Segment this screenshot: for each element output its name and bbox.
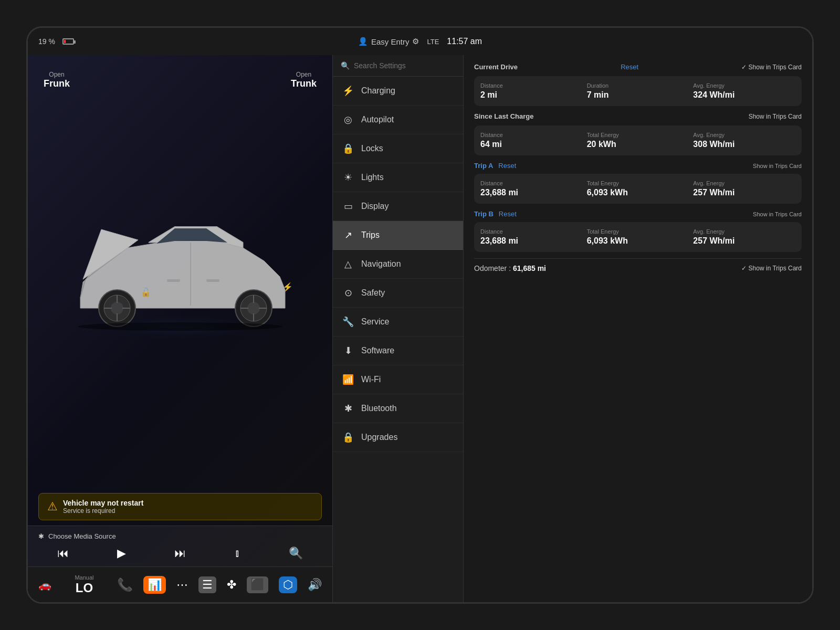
search-bar[interactable]: 🔍 [333,55,463,77]
trip-a-total-energy-value: 6,093 kWh [587,188,689,197]
odometer-show[interactable]: ✓ Show in Trips Card [741,265,802,272]
navigation-icon: △ [342,258,354,270]
gear-label: Manual [59,574,109,581]
menu-item-bluetooth[interactable]: ✱Bluetooth [333,394,463,423]
prev-button[interactable]: ⏮ [57,547,69,560]
menu-item-lights[interactable]: ☀Lights [333,163,463,192]
svg-point-6 [111,302,123,314]
current-avg-energy-value: 324 Wh/mi [693,90,795,100]
current-duration-value: 7 min [587,90,689,100]
slc-total-energy: Total Energy 20 kWh [587,132,689,149]
trips-icon: ↗ [342,229,354,241]
current-drive-reset[interactable]: Reset [621,63,638,71]
navigation-label: Navigation [361,259,401,269]
phone-icon[interactable]: 📞 [117,578,133,592]
trip-b-distance-value: 23,688 mi [480,236,583,246]
trip-a-distance-label: Distance [480,180,583,186]
display-label: Display [361,202,388,211]
current-distance-label: Distance [480,82,583,89]
warning-title: Vehicle may not restart [63,499,143,507]
current-avg-energy-label: Avg. Energy [693,82,795,89]
current-drive-section: Current Drive Reset ✓ Show in Trips Card… [474,63,802,106]
menu-item-upgrades[interactable]: 🔒Upgrades [333,423,463,452]
trip-b-reset[interactable]: Reset [499,210,517,218]
wi-fi-label: Wi-Fi [361,375,381,384]
charging-icon: ⚡ [342,85,354,97]
menu-item-display[interactable]: ▭Display [333,192,463,221]
slc-avg-energy-value: 308 Wh/mi [693,140,795,149]
tesla-screen: 19 % 👤 Easy Entry ⚙ LTE 11:57 am Open Fr… [26,26,814,604]
volume-icon[interactable]: 🔊 [308,578,322,592]
battery-percentage: 19 % [38,37,55,46]
menu-list: ⚡Charging◎Autopilot🔒Locks☀Lights▭Display… [333,77,463,602]
trips-panel: Current Drive Reset ✓ Show in Trips Card… [464,55,812,602]
car-silhouette: ⚡ 🔓 [54,198,306,345]
since-last-charge-header: Since Last Charge Show in Trips Card [474,112,802,120]
trip-a-section: Trip A Reset Show in Trips Card Distance… [474,162,802,204]
slc-avg-energy-label: Avg. Energy [693,132,795,138]
menu-item-charging[interactable]: ⚡Charging [333,77,463,106]
current-avg-energy: Avg. Energy 324 Wh/mi [693,82,795,100]
chip-icon[interactable]: ⬛ [247,576,268,593]
media-controls: ⏮ ▶ ⏭ ⫾ 🔍 [38,547,322,560]
since-last-charge-section: Since Last Charge Show in Trips Card Dis… [474,112,802,155]
trip-a-header: Trip A Reset Show in Trips Card [474,162,802,170]
search-media-button[interactable]: 🔍 [289,547,303,560]
search-input[interactable] [354,61,455,70]
current-duration-label: Duration [587,82,689,89]
trunk-open-label: Open [291,71,317,78]
upgrades-icon: 🔒 [342,432,354,443]
menu-item-service[interactable]: 🔧Service [333,308,463,337]
equalizer-button[interactable]: ⫾ [235,547,240,560]
bluetooth-small-icon: ✱ [38,532,44,540]
next-button[interactable]: ⏭ [174,547,186,560]
since-last-charge-show[interactable]: Show in Trips Card [749,113,802,120]
upgrades-label: Upgrades [361,433,397,442]
menu-item-navigation[interactable]: △Navigation [333,250,463,279]
gear-value: LO [59,581,109,595]
menu-item-trips[interactable]: ↗Trips [333,221,463,250]
fan-icon[interactable]: ✤ [227,578,236,592]
svg-point-18 [78,322,282,331]
energy-icon[interactable]: 📊 [143,576,166,594]
current-drive-show[interactable]: ✓ Show in Trips Card [741,64,802,71]
bluetooth-icon[interactable]: ⬡ [279,576,297,593]
wi-fi-icon: 📶 [342,374,354,385]
media-source-label[interactable]: ✱ Choose Media Source [38,532,322,540]
search-icon: 🔍 [341,61,350,70]
trip-a-total-energy: Total Energy 6,093 kWh [587,180,689,197]
warning-subtitle: Service is required [63,507,143,514]
locks-label: Locks [361,144,383,153]
menu-icon[interactable]: ☰ [198,576,216,593]
warning-box: ⚠ Vehicle may not restart Service is req… [38,493,322,520]
bottom-bar: 🚗 Manual LO 📞 📊 ⋯ ☰ ✤ ⬛ ⬡ 🔊 [28,566,332,602]
display-icon: ▭ [342,201,354,212]
trip-b-show[interactable]: Show in Trips Card [753,211,802,217]
menu-item-autopilot[interactable]: ◎Autopilot [333,106,463,134]
current-drive-title: Current Drive [474,63,518,71]
car-controls: Open Frunk Open Trunk [28,60,332,100]
trip-a-distance-value: 23,688 mi [480,188,583,197]
dots-icon[interactable]: ⋯ [176,578,188,592]
locks-icon: 🔒 [342,143,354,154]
warning-text: Vehicle may not restart Service is requi… [63,499,143,514]
frunk-button[interactable]: Open Frunk [44,71,70,89]
easy-entry-text: Easy Entry [371,37,410,46]
autopilot-label: Autopilot [361,115,394,124]
media-section[interactable]: ✱ Choose Media Source ⏮ ▶ ⏭ ⫾ 🔍 [28,526,332,566]
trip-b-total-energy-label: Total Energy [587,228,689,235]
left-panel: Open Frunk Open Trunk [28,55,332,602]
odometer-label-text: Odometer : [474,264,511,272]
trunk-button[interactable]: Open Trunk [291,71,317,89]
slc-distance: Distance 64 mi [480,132,583,149]
play-button[interactable]: ▶ [117,547,126,560]
slc-avg-energy: Avg. Energy 308 Wh/mi [693,132,795,149]
lights-icon: ☀ [342,172,354,183]
menu-item-safety[interactable]: ⊙Safety [333,279,463,308]
menu-item-wi-fi[interactable]: 📶Wi-Fi [333,365,463,394]
menu-item-software[interactable]: ⬇Software [333,337,463,365]
trip-a-show[interactable]: Show in Trips Card [753,163,802,169]
menu-item-locks[interactable]: 🔒Locks [333,134,463,163]
trip-a-reset[interactable]: Reset [498,162,516,170]
time-display: 11:57 am [447,37,482,46]
